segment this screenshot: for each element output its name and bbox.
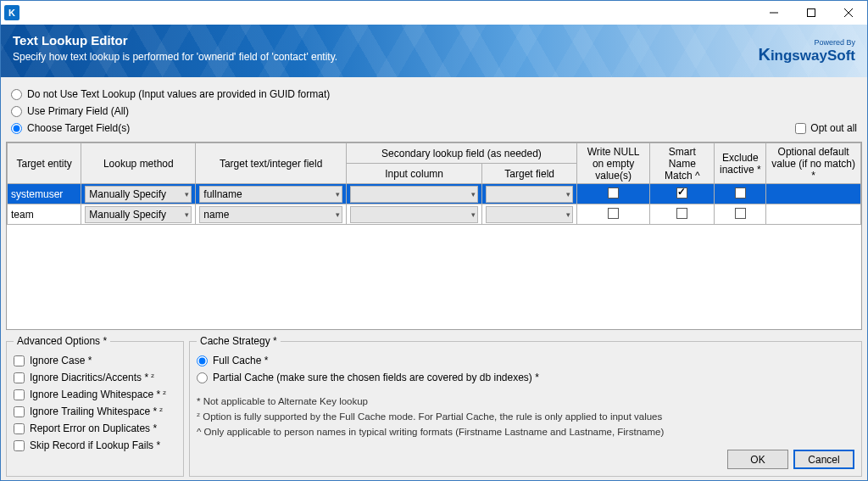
- table-row[interactable]: teamManually Specify▾name▾▾▾: [8, 204, 861, 225]
- chevron-down-icon: ▾: [566, 210, 570, 219]
- cell-optional-default[interactable]: [766, 184, 861, 204]
- cell-input-column[interactable]: ▾: [350, 186, 478, 203]
- advanced-option-checkbox[interactable]: Ignore Case *: [14, 352, 176, 369]
- advanced-option-checkbox[interactable]: Ignore Leading Whitespace * ᶻ: [14, 386, 176, 403]
- page-subtitle: Specify how text lookup is performed for…: [13, 51, 337, 63]
- chevron-down-icon: ▾: [471, 190, 476, 199]
- cell-lookup-method[interactable]: Manually Specify▾: [85, 206, 192, 223]
- cell-optional-default[interactable]: [766, 204, 861, 225]
- th-input-column: Input column: [346, 164, 481, 184]
- advanced-option-checkbox[interactable]: Skip Record if Lookup Fails *: [14, 437, 176, 454]
- radio-full-cache[interactable]: Full Cache *: [197, 352, 854, 369]
- cancel-button[interactable]: Cancel: [793, 450, 854, 469]
- cell-smart-name-checkbox[interactable]: [676, 187, 687, 199]
- app-icon: K: [4, 5, 19, 20]
- brand-logo: Powered By KingswaySoft: [758, 38, 855, 64]
- th-target-entity: Target entity: [8, 143, 81, 184]
- th-secondary-target: Target field: [482, 164, 577, 184]
- advanced-option-checkbox[interactable]: Ignore Trailing Whitespace * ᶻ: [14, 403, 176, 420]
- radio-no-text-lookup[interactable]: Do not Use Text Lookup (Input values are…: [6, 86, 862, 103]
- advanced-options-group: Advanced Options * Ignore Case *Ignore D…: [6, 335, 184, 477]
- chevron-down-icon: ▾: [566, 190, 570, 199]
- cell-write-null-checkbox[interactable]: [608, 187, 619, 199]
- cache-strategy-group: Cache Strategy * Full Cache * Partial Ca…: [189, 335, 862, 477]
- th-secondary-group: Secondary lookup field (as needed): [346, 143, 576, 164]
- advanced-options-legend: Advanced Options *: [14, 335, 110, 347]
- th-optional-default: Optional default value (if no match) *: [766, 143, 861, 184]
- maximize-button[interactable]: [793, 1, 830, 25]
- cell-secondary-target[interactable]: ▾: [486, 206, 573, 223]
- cell-target-entity[interactable]: systemuser: [8, 184, 81, 204]
- svg-rect-1: [808, 9, 815, 17]
- chevron-down-icon: ▾: [336, 210, 340, 219]
- cell-smart-name-checkbox[interactable]: [676, 208, 687, 219]
- cell-secondary-target[interactable]: ▾: [486, 186, 573, 203]
- cell-target-entity[interactable]: team: [8, 204, 81, 225]
- cell-input-column[interactable]: ▾: [350, 206, 478, 223]
- radio-use-primary-field[interactable]: Use Primary Field (All): [6, 103, 862, 120]
- chevron-down-icon: ▾: [185, 190, 189, 199]
- cell-exclude-inactive-checkbox[interactable]: [735, 187, 746, 199]
- th-target-field: Target text/integer field: [196, 143, 347, 184]
- chevron-down-icon: ▾: [471, 210, 476, 219]
- th-smart-name: Smart Name Match ^: [650, 143, 715, 184]
- th-lookup-method: Lookup method: [81, 143, 196, 184]
- cell-target-field[interactable]: fullname▾: [199, 186, 342, 203]
- cell-lookup-method[interactable]: Manually Specify▾: [85, 186, 192, 203]
- opt-out-all-checkbox[interactable]: Opt out all: [790, 120, 862, 137]
- chevron-down-icon: ▾: [185, 210, 189, 219]
- header-banner: Text Lookup Editor Specify how text look…: [1, 25, 867, 77]
- cell-write-null-checkbox[interactable]: [608, 208, 619, 219]
- cache-strategy-legend: Cache Strategy *: [197, 335, 281, 347]
- footnotes: * Not applicable to Alternate Key lookup…: [197, 396, 854, 437]
- th-write-null: Write NULL on empty value(s): [576, 143, 649, 184]
- advanced-option-checkbox[interactable]: Ignore Diacritics/Accents * ᶻ: [14, 369, 176, 386]
- cell-target-field[interactable]: name▾: [199, 206, 342, 223]
- target-fields-table: Target entity Lookup method Target text/…: [6, 142, 862, 330]
- chevron-down-icon: ▾: [336, 190, 340, 199]
- page-title: Text Lookup Editor: [13, 33, 337, 48]
- radio-choose-target-fields[interactable]: Choose Target Field(s): [6, 120, 135, 137]
- close-button[interactable]: [830, 1, 867, 25]
- th-exclude-inactive: Exclude inactive *: [715, 143, 766, 184]
- minimize-button[interactable]: [755, 1, 793, 25]
- window-titlebar: K: [1, 1, 867, 25]
- radio-partial-cache[interactable]: Partial Cache (make sure the chosen fiel…: [197, 369, 854, 386]
- advanced-option-checkbox[interactable]: Report Error on Duplicates *: [14, 420, 176, 437]
- ok-button[interactable]: OK: [727, 450, 788, 469]
- table-row[interactable]: systemuserManually Specify▾fullname▾▾▾: [8, 184, 861, 204]
- cell-exclude-inactive-checkbox[interactable]: [735, 208, 746, 219]
